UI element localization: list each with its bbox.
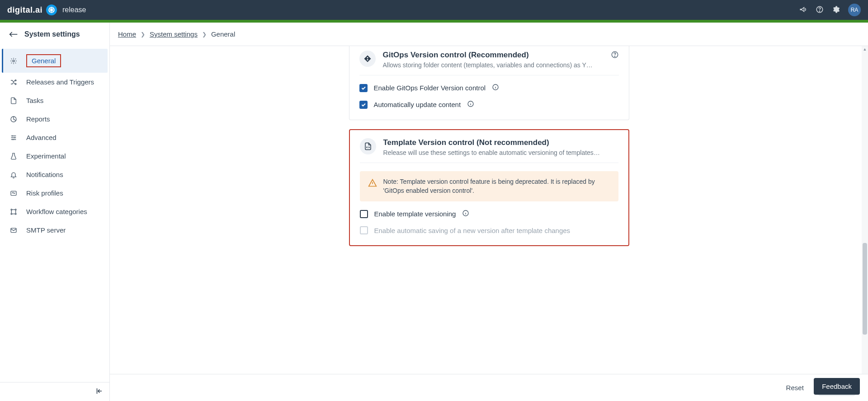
- file-icon: [10, 97, 18, 104]
- sidebar-item-releases[interactable]: Releases and Triggers: [2, 73, 108, 91]
- top-header: digital.ai release RA: [0, 0, 868, 20]
- check-label: Enable GitOps Folder Version control: [374, 84, 486, 92]
- scrollbar-thumb[interactable]: [863, 243, 867, 335]
- reset-button[interactable]: Reset: [780, 380, 810, 395]
- gitops-card: GitOps Version control (Recommended) All…: [349, 46, 629, 120]
- gear-icon[interactable]: [832, 5, 840, 15]
- collapse-sidebar-icon[interactable]: [95, 387, 103, 396]
- sidebar-item-notifications[interactable]: Notifications: [2, 165, 108, 184]
- breadcrumb-system-settings[interactable]: System settings: [150, 30, 198, 38]
- sidebar-item-smtp-server[interactable]: SMTP server: [2, 221, 108, 239]
- sidebar-item-general[interactable]: General: [2, 49, 108, 73]
- card-title: Template Version control (Not recommende…: [383, 138, 618, 147]
- bell-icon: [10, 171, 18, 178]
- sidebar-item-label: Tasks: [26, 97, 43, 104]
- template-icon: [360, 138, 376, 154]
- checkbox-enable-template-versioning[interactable]: [360, 210, 368, 218]
- back-arrow-icon[interactable]: [9, 30, 18, 39]
- breadcrumb-general: General: [211, 30, 235, 38]
- main: Home ❯ System settings ❯ General GitOps …: [110, 23, 868, 401]
- sidebar-item-label: Advanced: [26, 134, 57, 141]
- announcement-icon[interactable]: [799, 5, 807, 15]
- scroll-up-icon[interactable]: ▲: [862, 46, 868, 52]
- check-row-gitops-enable: Enable GitOps Folder Version control: [359, 84, 619, 92]
- sidebar-item-advanced[interactable]: Advanced: [2, 128, 108, 147]
- pie-icon: [10, 116, 18, 123]
- sidebar-item-reports[interactable]: Reports: [2, 110, 108, 128]
- footer-bar: Reset Save: [110, 374, 868, 401]
- svg-point-2: [819, 11, 820, 11]
- checkbox-enable-gitops[interactable]: [359, 84, 368, 92]
- card-subtitle: Allows storing folder content (templates…: [383, 61, 600, 69]
- check-label: Enable template versioning: [374, 210, 456, 218]
- flask-icon: [10, 153, 18, 160]
- sidebar-item-tasks[interactable]: Tasks: [2, 91, 108, 110]
- check-label: Enable automatic saving of a new version…: [374, 227, 571, 234]
- scrollbar[interactable]: ▲: [862, 46, 868, 374]
- content-scroll[interactable]: GitOps Version control (Recommended) All…: [110, 46, 868, 401]
- checkbox-auto-save-template: [360, 226, 368, 234]
- check-row-template-enable: Enable template versioning: [360, 210, 618, 218]
- svg-point-9: [15, 213, 16, 214]
- sidebar-item-label: Releases and Triggers: [26, 78, 94, 86]
- sidebar-item-label: SMTP server: [26, 226, 66, 234]
- chevron-right-icon: ❯: [141, 31, 145, 37]
- logo-area[interactable]: digital.ai release: [7, 5, 86, 15]
- help-icon[interactable]: [816, 5, 824, 15]
- risk-icon: [10, 190, 18, 197]
- sidebar-item-experimental[interactable]: Experimental: [2, 147, 108, 165]
- shuffle-icon: [10, 79, 18, 86]
- svg-point-3: [13, 60, 14, 62]
- chevron-right-icon: ❯: [202, 31, 207, 37]
- sidebar-title-row: System settings: [0, 23, 109, 46]
- sidebar-item-label: General: [26, 54, 61, 67]
- side-nav: General Releases and Triggers Tasks Repo…: [0, 46, 109, 382]
- sliders-icon: [10, 134, 18, 141]
- header-actions: RA: [799, 4, 861, 16]
- breadcrumb-home[interactable]: Home: [118, 30, 136, 38]
- sidebar: System settings General Releases and Tri…: [0, 23, 110, 401]
- card-title: GitOps Version control (Recommended): [383, 51, 619, 60]
- card-header: Template Version control (Not recommende…: [360, 138, 618, 163]
- sidebar-item-label: Reports: [26, 115, 50, 123]
- help-icon[interactable]: [611, 51, 619, 60]
- checkbox-auto-update[interactable]: [359, 101, 368, 109]
- check-label: Automatically update content: [374, 101, 461, 108]
- check-row-gitops-auto: Automatically update content: [359, 100, 619, 109]
- info-icon[interactable]: [492, 84, 499, 92]
- avatar[interactable]: RA: [848, 4, 861, 16]
- card-subtitle: Release will use these settings to enabl…: [383, 149, 600, 156]
- card-header: GitOps Version control (Recommended) All…: [359, 51, 619, 75]
- sidebar-item-risk-profiles[interactable]: Risk profiles: [2, 184, 108, 202]
- sidebar-item-label: Experimental: [26, 152, 66, 160]
- sidebar-item-label: Risk profiles: [26, 189, 63, 197]
- template-version-card: Template Version control (Not recommende…: [349, 129, 629, 246]
- svg-point-8: [11, 213, 12, 214]
- sidebar-item-workflow-categories[interactable]: Workflow categories: [2, 202, 108, 221]
- warning-icon: [368, 178, 377, 189]
- sidebar-footer: [0, 382, 109, 401]
- warning-box: Note: Template version control feature i…: [360, 171, 618, 201]
- svg-point-7: [15, 209, 16, 210]
- info-icon[interactable]: [467, 100, 474, 109]
- info-icon[interactable]: [462, 210, 469, 218]
- sidebar-title: System settings: [24, 30, 80, 38]
- feedback-button[interactable]: Feedback: [814, 378, 860, 395]
- gear-icon: [10, 57, 18, 65]
- logo-text: digital.ai: [7, 5, 42, 15]
- mail-icon: [10, 227, 18, 234]
- workflow-icon: [10, 208, 18, 215]
- sidebar-item-label: Notifications: [26, 171, 63, 178]
- logo-icon: [46, 5, 57, 15]
- breadcrumb: Home ❯ System settings ❯ General: [110, 23, 868, 46]
- check-row-template-auto-save: Enable automatic saving of a new version…: [360, 226, 618, 234]
- sidebar-item-label: Workflow categories: [26, 208, 87, 215]
- svg-point-6: [11, 209, 12, 210]
- product-name: release: [62, 6, 86, 14]
- svg-point-12: [614, 56, 615, 56]
- gitops-icon: [359, 51, 376, 67]
- warning-text: Note: Template version control feature i…: [383, 177, 610, 195]
